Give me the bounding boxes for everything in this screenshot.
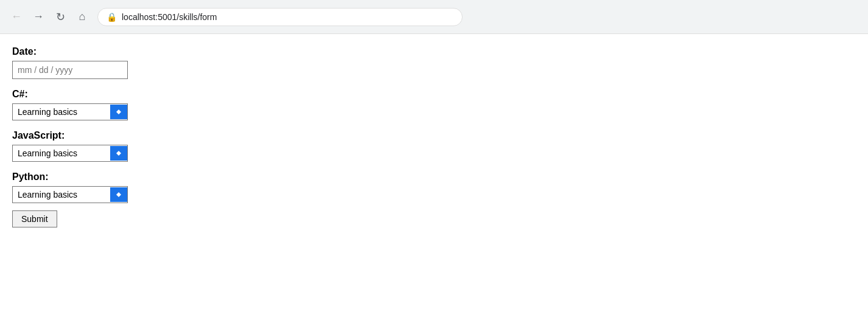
back-button[interactable]: ← [7, 8, 26, 26]
javascript-select-wrapper: Learning basics Intermediate Advanced Ex… [12, 145, 128, 162]
reload-button[interactable]: ↻ [51, 8, 69, 26]
javascript-select-arrow[interactable] [110, 146, 127, 161]
csharp-select-wrapper: Learning basics Intermediate Advanced Ex… [12, 103, 128, 120]
forward-button[interactable]: → [29, 8, 47, 26]
csharp-select-arrow[interactable] [110, 105, 127, 119]
address-bar[interactable]: 🔒 localhost:5001/skills/form [97, 8, 463, 26]
browser-chrome: ← → ↻ ⌂ 🔒 localhost:5001/skills/form [0, 0, 868, 34]
csharp-label: C#: [12, 89, 856, 100]
lock-icon: 🔒 [107, 12, 117, 22]
date-label: Date: [12, 46, 856, 57]
submit-button[interactable]: Submit [12, 210, 57, 227]
python-label: Python: [12, 172, 856, 182]
csharp-select[interactable]: Learning basics Intermediate Advanced Ex… [13, 104, 110, 120]
date-input[interactable] [12, 61, 128, 79]
nav-buttons: ← → ↻ ⌂ [7, 8, 91, 26]
page-content: Date: C#: Learning basics Intermediate A… [0, 34, 868, 240]
javascript-label: JavaScript: [12, 130, 856, 141]
javascript-select[interactable]: Learning basics Intermediate Advanced Ex… [13, 145, 110, 161]
python-select[interactable]: Learning basics Intermediate Advanced Ex… [13, 187, 110, 203]
url-text: localhost:5001/skills/form [122, 12, 217, 22]
python-select-wrapper: Learning basics Intermediate Advanced Ex… [12, 186, 128, 203]
home-button[interactable]: ⌂ [73, 8, 91, 26]
python-select-arrow[interactable] [110, 187, 127, 202]
